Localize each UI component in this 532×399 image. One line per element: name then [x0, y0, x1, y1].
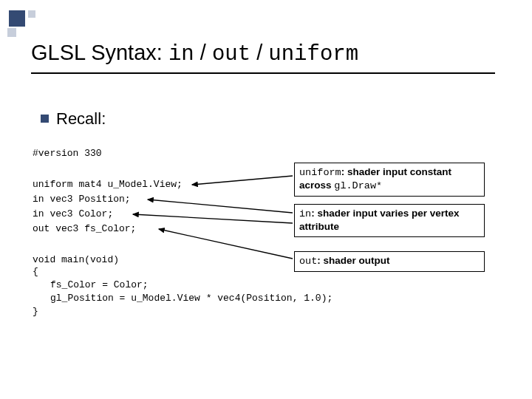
svg-line-3 — [159, 229, 293, 259]
decorative-square-large — [9, 10, 25, 27]
code-body-1: fs_Color = Color; — [50, 279, 149, 290]
title-out: out — [212, 42, 250, 66]
svg-line-2 — [133, 214, 293, 223]
code-in-position: in vec3 Position; — [33, 194, 131, 205]
code-in-color: in vec3 Color; — [33, 208, 113, 219]
callout-uniform-kw: uniform — [299, 167, 341, 178]
code-brace-close: } — [33, 306, 38, 317]
callout-in: in: shader input varies per vertex attri… — [294, 204, 485, 237]
svg-line-0 — [192, 176, 293, 185]
callout-uniform-txt1: : shader input constant — [341, 166, 451, 177]
callout-uniform: uniform: shader input constant across gl… — [294, 163, 485, 197]
code-brace-open: { — [33, 266, 38, 277]
title-uniform: uniform — [268, 42, 358, 66]
code-version: #version 330 — [33, 148, 102, 159]
callout-out: out: shader output — [294, 251, 485, 272]
title-underline — [31, 72, 495, 74]
code-uniform-decl: uniform mat4 u_Model.View; — [33, 179, 183, 190]
decorative-square-small-1 — [28, 10, 35, 18]
callout-uniform-txt2: across — [299, 180, 334, 191]
title-in: in — [168, 42, 194, 66]
code-body-2: gl_Position = u_Model.View * vec4(Positi… — [50, 293, 332, 304]
callout-in-kw: in — [299, 208, 311, 219]
callout-in-txt: : shader input varies per vertex attribu… — [299, 208, 460, 232]
svg-line-1 — [148, 200, 293, 213]
bullet-icon — [41, 115, 49, 123]
callout-uniform-code: gl.Draw* — [334, 180, 382, 191]
callout-out-txt: : shader output — [317, 255, 389, 266]
slide-title: GLSL Syntax: in / out / uniform — [31, 41, 358, 66]
code-out-fscolor: out vec3 fs_Color; — [33, 223, 136, 234]
callout-out-kw: out — [299, 256, 317, 267]
title-prefix: GLSL Syntax: — [31, 41, 168, 64]
title-sep1: / — [194, 41, 212, 64]
title-sep2: / — [250, 41, 268, 64]
code-main-sig: void main(void) — [33, 254, 119, 265]
decorative-square-small-2 — [7, 28, 16, 37]
recall-heading: Recall: — [56, 109, 106, 129]
